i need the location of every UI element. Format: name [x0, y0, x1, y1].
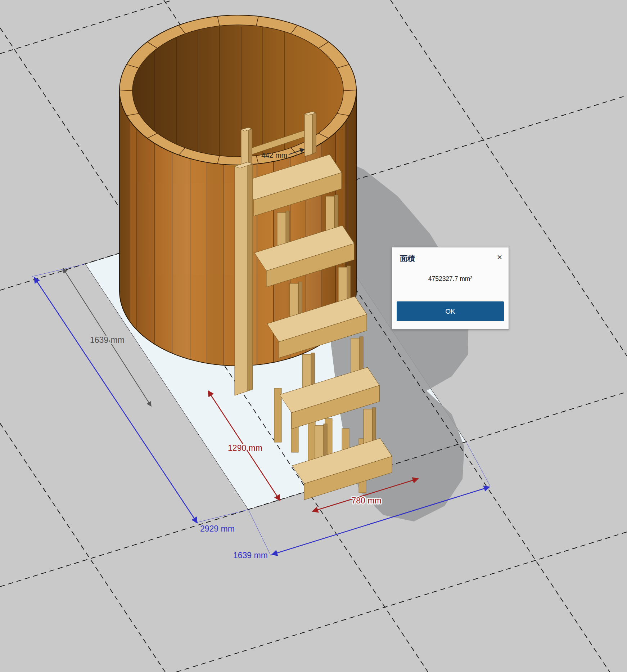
dimension-label-rail-gap: 442 mm — [261, 151, 287, 159]
stringer-post — [235, 162, 253, 395]
cad-application-window: 1639 mm 2929 mm 1639 mm 1290 mm 780 mm 4… — [0, 0, 627, 672]
dimension-label-floor-side: 1639 mm — [90, 335, 125, 345]
handrail-post-right — [305, 112, 312, 156]
dimension-label-floor-short: 1639 mm — [233, 551, 268, 560]
dimension-label-stair-run: 1290 mm — [228, 443, 262, 453]
dimension-label-stair-width: 780 mm — [351, 496, 381, 505]
area-dialog: 面積 × 4752327.7 mm² OK — [392, 247, 509, 330]
area-dialog-title: 面積 — [400, 254, 415, 264]
ok-button[interactable]: OK — [397, 301, 504, 321]
dimension-label-floor-long: 2929 mm — [200, 524, 235, 533]
area-value: 4752327.7 mm² — [392, 275, 509, 283]
3d-viewport[interactable]: 1639 mm 2929 mm 1639 mm 1290 mm 780 mm 4… — [0, 0, 627, 672]
close-icon[interactable]: × — [497, 254, 502, 261]
area-dialog-header: 面積 × — [392, 247, 509, 264]
